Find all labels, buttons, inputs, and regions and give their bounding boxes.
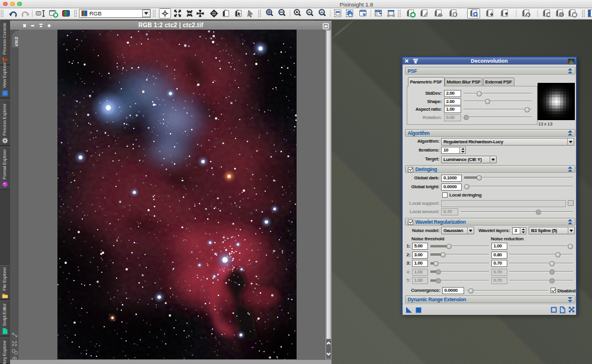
svg-text:RGB: RGB (89, 10, 102, 17)
